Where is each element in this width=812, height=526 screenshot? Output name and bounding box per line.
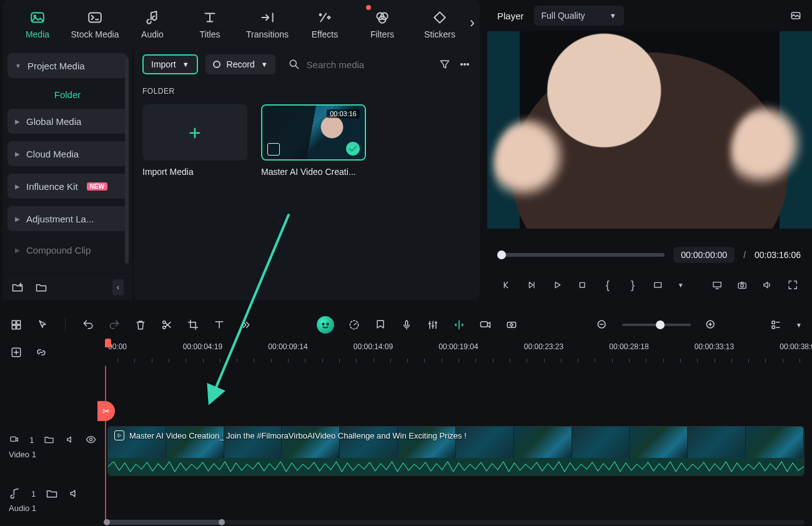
tab-stickers[interactable]: Stickers xyxy=(411,4,468,45)
marker-icon[interactable] xyxy=(374,319,387,331)
ai-assistant-icon[interactable] xyxy=(317,316,334,334)
svg-rect-2 xyxy=(89,12,101,22)
undo-icon[interactable] xyxy=(82,319,94,331)
chevron-down-icon[interactable]: ▼ xyxy=(678,282,684,289)
zoom-in-icon[interactable] xyxy=(705,319,717,331)
split-icon[interactable] xyxy=(161,319,173,331)
tab-filters[interactable]: Filters xyxy=(354,4,411,45)
tab-titles[interactable]: Titles xyxy=(181,4,239,45)
link-icon[interactable] xyxy=(35,346,47,359)
tab-stickers-label: Stickers xyxy=(424,29,455,39)
svg-rect-30 xyxy=(772,321,775,324)
playhead-handle[interactable] xyxy=(105,339,111,347)
track-folder-icon[interactable] xyxy=(44,434,54,446)
track-folder-icon[interactable] xyxy=(46,487,58,500)
record-screen-icon[interactable] xyxy=(479,319,492,331)
chevron-down-icon[interactable]: ▼ xyxy=(796,322,802,329)
play-icon[interactable] xyxy=(552,279,563,291)
delete-icon[interactable] xyxy=(134,319,147,331)
add-track-icon[interactable] xyxy=(10,346,22,359)
snapshot-view-icon[interactable] xyxy=(790,9,802,22)
play-next-icon[interactable] xyxy=(526,279,537,291)
track-mute-icon[interactable] xyxy=(68,487,81,500)
import-label: Import xyxy=(151,59,176,69)
timeline-clip[interactable]: Master AI Video Creation_ Join the #Film… xyxy=(107,426,805,476)
video-frame-detail xyxy=(493,119,568,212)
cut-badge-icon[interactable]: ✂ xyxy=(97,401,115,421)
audio-track-icon xyxy=(9,487,21,500)
sidebar-folder-label[interactable]: Folder xyxy=(7,86,127,109)
display-icon[interactable] xyxy=(711,279,723,291)
sidebar-item-cloud-media[interactable]: ▶ Cloud Media xyxy=(7,141,127,166)
aspect-icon[interactable] xyxy=(652,279,663,291)
sidebar-scrollbar[interactable] xyxy=(125,57,129,264)
svg-rect-13 xyxy=(713,282,721,287)
sidebar-item-global-media[interactable]: ▶ Global Media xyxy=(7,109,127,134)
layout-icon[interactable] xyxy=(10,319,22,331)
mark-in-icon[interactable]: { xyxy=(602,279,613,291)
sidebar-label: Global Media xyxy=(26,116,81,127)
svg-rect-26 xyxy=(481,322,488,327)
zoom-slider[interactable] xyxy=(622,324,691,326)
sidebar-item-project-media[interactable]: ▼ Project Media xyxy=(7,53,127,78)
zoom-out-icon[interactable] xyxy=(596,319,608,331)
tab-transitions[interactable]: Transitions xyxy=(239,4,296,45)
tab-effects-label: Effects xyxy=(312,29,339,39)
search-input[interactable] xyxy=(307,59,431,70)
more-icon[interactable] xyxy=(458,58,471,71)
tabs-more-icon[interactable]: › xyxy=(470,14,475,31)
audio-mixer-icon[interactable] xyxy=(427,319,439,331)
search-icon xyxy=(288,58,300,71)
crop-icon[interactable] xyxy=(187,319,199,331)
sidebar-label: Cloud Media xyxy=(26,149,79,159)
svg-point-9 xyxy=(467,64,469,66)
auto-beat-icon[interactable] xyxy=(453,319,465,331)
sidebar-label: Adjustment La... xyxy=(26,214,94,224)
sidebar-item-compound-clip[interactable]: ▶ Compound Clip xyxy=(7,239,127,261)
more-tools-icon[interactable] xyxy=(239,319,252,331)
tab-stock-media[interactable]: Stock Media xyxy=(66,4,124,45)
prev-frame-icon[interactable] xyxy=(501,279,512,291)
scrub-bar[interactable] xyxy=(498,253,665,257)
sidebar-item-adjustment-layer[interactable]: ▶ Adjustment La... xyxy=(7,206,127,231)
track-view-icon[interactable] xyxy=(770,319,782,331)
fullscreen-icon[interactable] xyxy=(787,279,798,291)
import-media-card[interactable]: + Import Media xyxy=(142,104,247,177)
svg-point-6 xyxy=(290,60,296,66)
mark-out-icon[interactable]: } xyxy=(627,279,638,291)
text-icon[interactable] xyxy=(213,319,225,331)
sidebar-item-influence-kit[interactable]: ▶ Influence Kit NEW xyxy=(7,174,127,199)
voiceover-icon[interactable] xyxy=(400,319,413,331)
timeline-scrollbar[interactable] xyxy=(105,520,805,525)
camera-icon[interactable] xyxy=(736,279,748,291)
new-bin-icon[interactable] xyxy=(35,281,47,294)
speed-icon[interactable] xyxy=(348,319,360,331)
player-viewport[interactable] xyxy=(487,31,812,229)
timeline-ruler[interactable]: 00:0000:00:04:1900:00:09:1400:00:14:0900… xyxy=(0,339,812,366)
player-quality-select[interactable]: Full Quality ▼ xyxy=(534,6,624,26)
audio-track-name: Audio 1 xyxy=(9,504,96,513)
track-mute-icon[interactable] xyxy=(65,434,76,446)
svg-rect-31 xyxy=(772,326,775,329)
tab-effects[interactable]: Effects xyxy=(296,4,354,45)
filter-icon[interactable] xyxy=(438,58,451,71)
new-folder-icon[interactable] xyxy=(11,281,24,294)
import-button[interactable]: Import ▼ xyxy=(142,54,198,74)
track-visibility-icon[interactable] xyxy=(86,434,96,446)
keyframe-icon[interactable] xyxy=(505,319,518,331)
tab-media[interactable]: Media xyxy=(9,4,66,45)
volume-icon[interactable] xyxy=(761,279,773,291)
ruler-track[interactable]: 00:0000:00:04:1900:00:09:1400:00:14:0900… xyxy=(105,339,812,366)
video-frame-detail xyxy=(731,106,806,200)
media-clip-card[interactable]: 00:03:16 Master AI Video Creati... xyxy=(261,104,366,177)
record-button[interactable]: Record ▼ xyxy=(205,54,275,74)
cursor-icon[interactable] xyxy=(36,319,49,331)
ruler-timestamp: 00:00:28:18 xyxy=(609,342,648,351)
tab-audio[interactable]: Audio xyxy=(124,4,181,45)
stop-icon[interactable] xyxy=(577,279,588,291)
svg-rect-16 xyxy=(12,320,16,324)
sidebar-label: Influence Kit xyxy=(26,181,78,192)
sidebar-collapse-icon[interactable]: ‹ xyxy=(112,279,124,295)
redo-icon[interactable] xyxy=(108,319,121,331)
playhead-line xyxy=(105,366,106,520)
